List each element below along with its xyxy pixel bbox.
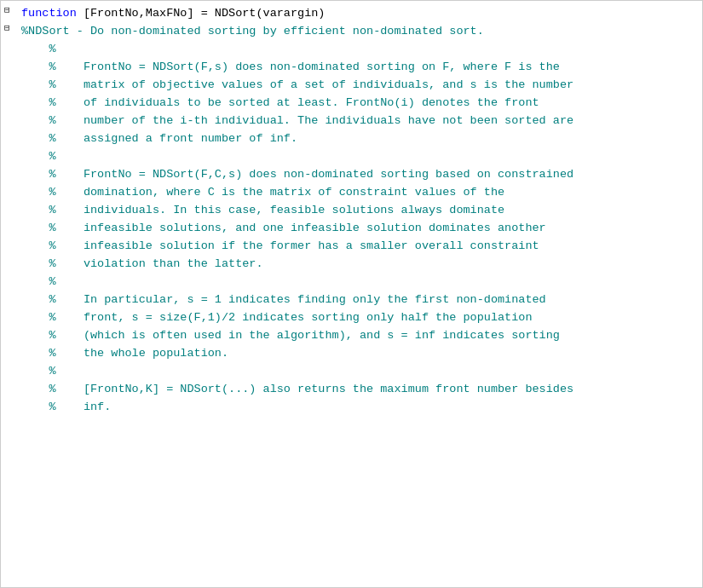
code-content: % matrix of objective values of a set of…	[21, 76, 573, 94]
code-segment: % violation than the latter.	[49, 257, 262, 270]
code-line: % number of the i-th individual. The ind…	[1, 112, 702, 130]
code-content: % infeasible solutions, and one infeasib…	[21, 219, 546, 237]
code-content: % domination, where C is the matrix of c…	[21, 183, 504, 201]
collapse-icon[interactable]: ⊟	[4, 22, 10, 33]
code-line: %	[1, 362, 702, 380]
code-line: % the whole population.	[1, 344, 702, 362]
code-content: % of individuals to be sorted at least. …	[21, 94, 539, 112]
code-line: % matrix of objective values of a set of…	[1, 76, 702, 94]
code-content: %NDSort - Do non-dominated sorting by ef…	[21, 22, 484, 40]
code-line: % domination, where C is the matrix of c…	[1, 183, 702, 201]
code-segment: % assigned a front number of inf.	[49, 132, 297, 145]
code-line: % [FrontNo,K] = NDSort(...) also returns…	[1, 380, 702, 398]
code-content: %	[21, 147, 56, 165]
code-content: % In particular, s = 1 indicates finding…	[21, 291, 546, 308]
code-line: % infeasible solutions, and one infeasib…	[1, 219, 702, 237]
code-content: %	[21, 273, 56, 291]
code-segment: [FrontNo,MaxFNo] = NDSort(varargin)	[77, 7, 326, 20]
code-editor: ⊟function [FrontNo,MaxFNo] = NDSort(vara…	[0, 0, 703, 588]
code-line: % In particular, s = 1 indicates finding…	[1, 291, 702, 308]
code-line: % FrontNo = NDSort(F,s) does non-dominat…	[1, 58, 702, 76]
code-content: % [FrontNo,K] = NDSort(...) also returns…	[21, 380, 573, 398]
code-line: % of individuals to be sorted at least. …	[1, 94, 702, 112]
code-line: ⊟%NDSort - Do non-dominated sorting by e…	[1, 22, 702, 40]
code-segment: % (which is often used in the algorithm)…	[49, 329, 560, 342]
code-line: % front, s = size(F,1)/2 indicates sorti…	[1, 308, 702, 326]
code-content: % assigned a front number of inf.	[21, 130, 297, 147]
code-segment: %	[49, 43, 55, 55]
code-segment: % domination, where C is the matrix of c…	[49, 186, 504, 199]
code-content: % violation than the latter.	[21, 255, 263, 273]
code-segment: % matrix of objective values of a set of…	[49, 78, 573, 91]
code-line: % violation than the latter.	[1, 255, 702, 273]
code-segment: function	[21, 7, 77, 20]
code-line: % infeasible solution if the former has …	[1, 237, 702, 255]
code-segment: % of individuals to be sorted at least. …	[49, 96, 539, 109]
code-segment: % [FrontNo,K] = NDSort(...) also returns…	[49, 383, 573, 395]
code-content: % (which is often used in the algorithm)…	[21, 326, 560, 344]
code-line: %	[1, 273, 702, 291]
code-segment: %NDSort - Do non-dominated sorting by ef…	[21, 25, 484, 37]
code-segment: %	[49, 150, 55, 163]
code-segment: % In particular, s = 1 indicates finding…	[49, 293, 545, 306]
code-content: % the whole population.	[21, 344, 228, 362]
line-gutter: ⊟	[4, 4, 20, 15]
code-line: % FrontNo = NDSort(F,C,s) does non-domin…	[1, 165, 702, 183]
code-segment: % the whole population.	[49, 347, 228, 360]
code-line: % (which is often used in the algorithm)…	[1, 326, 702, 344]
code-line: % individuals. In this case, feasible so…	[1, 201, 702, 219]
code-content: % front, s = size(F,1)/2 indicates sorti…	[21, 308, 533, 326]
code-segment: % front, s = size(F,1)/2 indicates sorti…	[49, 311, 532, 324]
code-line: ⊟function [FrontNo,MaxFNo] = NDSort(vara…	[1, 4, 702, 22]
code-segment: % infeasible solution if the former has …	[49, 239, 539, 252]
line-gutter: ⊟	[4, 22, 20, 33]
code-content: % FrontNo = NDSort(F,C,s) does non-domin…	[21, 165, 573, 183]
code-segment: %	[49, 365, 55, 378]
code-line: %	[1, 147, 702, 165]
code-segment: % FrontNo = NDSort(F,s) does non-dominat…	[49, 61, 560, 73]
code-segment: % inf.	[49, 401, 111, 413]
code-segment: %	[49, 275, 55, 288]
code-line: % assigned a front number of inf.	[1, 130, 702, 147]
code-segment: % infeasible solutions, and one infeasib…	[49, 222, 545, 234]
code-content: % number of the i-th individual. The ind…	[21, 112, 573, 130]
code-content: %	[21, 40, 56, 58]
collapse-icon[interactable]: ⊟	[4, 4, 10, 15]
code-content: %	[21, 362, 56, 380]
code-content: % inf.	[21, 398, 111, 416]
code-line: %	[1, 40, 702, 58]
code-segment: % FrontNo = NDSort(F,C,s) does non-domin…	[49, 168, 573, 181]
code-segment: % number of the i-th individual. The ind…	[49, 114, 573, 127]
code-content: % infeasible solution if the former has …	[21, 237, 539, 255]
code-content: % FrontNo = NDSort(F,s) does non-dominat…	[21, 58, 560, 76]
code-segment: % individuals. In this case, feasible so…	[49, 204, 504, 216]
code-content: % individuals. In this case, feasible so…	[21, 201, 504, 219]
code-content: function [FrontNo,MaxFNo] = NDSort(varar…	[21, 4, 325, 22]
code-line: % inf.	[1, 398, 702, 416]
